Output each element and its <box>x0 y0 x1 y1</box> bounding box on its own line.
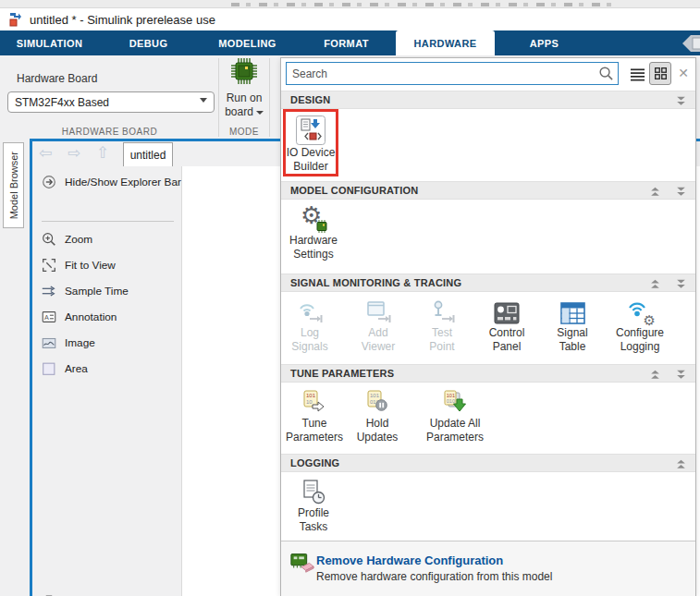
palette-item-zoom[interactable]: Zoom <box>40 228 92 250</box>
grid-view-button-selected[interactable] <box>649 62 671 85</box>
section-content-tune-parameters: 10110 Tune Parameters 101010 Hold Update… <box>281 383 695 454</box>
section-title: SIGNAL MONITORING & TRACING <box>290 277 461 288</box>
io-device-builder-icon <box>286 114 336 145</box>
ribbon-tab-bar: SIMULATION DEBUG MODELING FORMAT HARDWAR… <box>0 30 700 55</box>
search-input[interactable] <box>286 62 619 85</box>
chevron-double-down-icon[interactable] <box>675 185 688 198</box>
toolbar-separator <box>269 58 270 137</box>
test-point-icon <box>418 294 466 325</box>
document-tab-untitled[interactable]: untitled <box>123 142 173 166</box>
chevron-double-up-icon[interactable] <box>675 457 688 470</box>
palette-item-label: Area <box>65 362 88 375</box>
chip-icon <box>230 57 258 85</box>
model-browser-tab[interactable]: Model Browser <box>3 142 24 228</box>
palette-item-image[interactable]: Image <box>40 332 95 354</box>
section-title: MODEL CONFIGURATION <box>290 185 418 196</box>
palette-item-label: Sample Time <box>65 285 129 298</box>
chevron-double-down-icon[interactable] <box>675 94 688 107</box>
control-panel-button[interactable]: Control Panel <box>481 294 533 354</box>
hardware-gallery-panel: ✕ DESIGN IO Device Builder <box>280 57 696 596</box>
svg-text:010: 010 <box>447 398 455 404</box>
add-viewer-icon <box>353 294 403 325</box>
palette-item-sample-time[interactable]: Sample Time <box>40 280 129 302</box>
add-viewer-button-disabled: Add Viewer <box>353 294 403 354</box>
chevron-double-up-icon[interactable] <box>649 277 662 290</box>
hold-updates-icon: 101010 <box>351 384 403 416</box>
test-point-label: Test Point <box>418 326 466 354</box>
configure-logging-icon: ⚙ <box>611 294 669 325</box>
simulink-model-icon <box>7 12 23 28</box>
tab-debug[interactable]: DEBUG <box>99 30 198 55</box>
profile-tasks-button[interactable]: Profile Tasks <box>286 474 341 534</box>
forward-arrow-button[interactable]: ⇨ <box>68 143 80 164</box>
palette-item-explorer-bar[interactable]: Hide/Show Explorer Bar <box>40 171 181 193</box>
window-title: untitled * - Simulink prerelease use <box>30 13 215 27</box>
hardware-board-value: STM32F4xx Based <box>15 96 109 109</box>
hold-updates-button[interactable]: 101010 Hold Updates <box>351 384 403 444</box>
remove-hardware-configuration-icon <box>289 550 315 574</box>
section-title: DESIGN <box>290 94 330 105</box>
tune-parameters-icon: 10110 <box>286 384 343 416</box>
section-content-design: IO Device Builder <box>281 109 695 181</box>
palette-separator <box>42 221 174 222</box>
run-on-board-line1: Run on <box>219 91 269 105</box>
control-panel-icon <box>481 294 533 325</box>
tune-parameters-button[interactable]: 10110 Tune Parameters <box>286 384 343 444</box>
section-title: TUNE PARAMETERS <box>290 368 394 379</box>
log-signals-icon <box>286 294 334 325</box>
run-on-board-line2: board <box>225 105 253 118</box>
simulink-window: untitled * - Simulink prerelease use SIM… <box>0 0 700 596</box>
list-view-button[interactable] <box>627 64 647 84</box>
section-header-signal-monitoring: SIGNAL MONITORING & TRACING <box>281 274 695 292</box>
mode-group-label: MODE <box>219 127 269 137</box>
up-arrow-button[interactable]: ⇧ <box>96 143 109 164</box>
clipped-toolstrip-control-icon <box>682 33 700 54</box>
tune-parameters-label: Tune Parameters <box>286 417 343 444</box>
palette-item-annotation[interactable]: A Annotation <box>40 306 117 328</box>
section-header-model-configuration: MODEL CONFIGURATION <box>281 181 695 200</box>
model-browser-label: Model Browser <box>8 152 19 219</box>
remove-hardware-configuration-link[interactable]: Remove Hardware Configuration <box>316 553 503 567</box>
signal-table-icon <box>550 294 595 325</box>
zoom-icon <box>40 230 58 249</box>
update-all-parameters-button[interactable]: 101010 Update All Parameters <box>416 384 494 444</box>
chevron-double-down-icon[interactable] <box>675 368 688 381</box>
hardware-settings-label: Hardware Settings <box>286 234 341 262</box>
remove-hardware-configuration-row[interactable]: Remove Hardware Configuration Remove har… <box>281 541 695 596</box>
io-device-builder-button[interactable]: IO Device Builder <box>283 109 338 176</box>
document-tab-label: untitled <box>130 149 166 162</box>
chevron-double-up-icon[interactable] <box>649 368 662 381</box>
palette-item-label: Zoom <box>65 233 92 246</box>
add-viewer-label: Add Viewer <box>353 326 403 354</box>
palette-item-label: Fit to View <box>65 259 116 272</box>
back-arrow-button[interactable]: ⇦ <box>39 143 52 164</box>
tab-hardware[interactable]: HARDWARE <box>396 30 495 55</box>
background-window-fragment <box>0 0 700 8</box>
configure-logging-label: Configure Logging <box>611 326 669 354</box>
hardware-board-label: Hardware Board <box>17 72 97 85</box>
update-all-parameters-label: Update All Parameters <box>416 417 494 444</box>
palette-item-viewmark[interactable]: Viewmark this View <box>40 590 159 596</box>
section-title: LOGGING <box>290 457 339 468</box>
palette-item-area[interactable]: Area <box>40 358 88 380</box>
log-signals-label: Log Signals <box>286 326 334 354</box>
tab-format[interactable]: FORMAT <box>297 30 396 55</box>
search-icon <box>598 66 614 81</box>
signal-table-label: Signal Table <box>550 326 595 354</box>
chevron-double-down-icon[interactable] <box>675 277 688 290</box>
tab-modeling[interactable]: MODELING <box>198 30 297 55</box>
hardware-settings-button[interactable]: ⚙ Hardware Settings <box>286 201 341 262</box>
hardware-board-group-label: HARDWARE BOARD <box>0 127 219 137</box>
chevron-double-up-icon[interactable] <box>649 185 662 198</box>
signal-table-button[interactable]: Signal Table <box>550 294 595 354</box>
close-icon[interactable]: ✕ <box>675 63 692 83</box>
palette-item-fit-to-view[interactable]: Fit to View <box>40 254 116 276</box>
tab-apps[interactable]: APPS <box>495 30 594 55</box>
section-content-signal-monitoring: Log Signals Add Viewer Test Point <box>281 292 695 364</box>
tab-simulation[interactable]: SIMULATION <box>0 30 99 55</box>
configure-logging-button[interactable]: ⚙ Configure Logging <box>611 294 669 354</box>
update-all-parameters-icon: 101010 <box>416 384 494 416</box>
hardware-board-select[interactable]: STM32F4xx Based <box>7 91 215 113</box>
section-header-logging: LOGGING <box>281 454 695 472</box>
test-point-button-disabled: Test Point <box>418 294 466 354</box>
